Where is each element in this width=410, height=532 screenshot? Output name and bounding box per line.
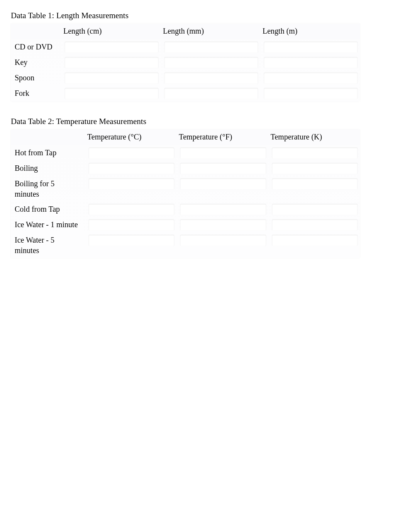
table2-col-fahrenheit: Temperature (°F)	[176, 129, 268, 145]
temp-c-input[interactable]	[89, 204, 174, 215]
temp-k-input[interactable]	[272, 219, 357, 230]
temp-c-input[interactable]	[89, 235, 174, 246]
table2-col-kelvin: Temperature (K)	[268, 129, 360, 145]
temp-k-input[interactable]	[272, 163, 357, 174]
row-label: Fork	[11, 86, 61, 101]
table-row: Cold from Tap	[11, 202, 360, 217]
temp-c-input[interactable]	[89, 163, 174, 174]
temp-c-input[interactable]	[89, 148, 174, 158]
length-cm-input[interactable]	[65, 73, 158, 83]
table1-col-mm: Length (mm)	[161, 24, 260, 39]
length-m-input[interactable]	[264, 88, 357, 99]
length-measurements-table: Length (cm) Length (mm) Length (m) CD or…	[11, 24, 360, 101]
table-row: Spoon	[11, 70, 360, 86]
row-label: Ice Water - 5 minutes	[11, 233, 85, 258]
table2-title: Data Table 2: Temperature Measurements	[11, 117, 399, 126]
temp-k-input[interactable]	[272, 178, 357, 189]
table1-corner	[11, 24, 61, 39]
temp-k-input[interactable]	[272, 148, 357, 158]
temp-k-input[interactable]	[272, 204, 357, 215]
temp-f-input[interactable]	[180, 163, 266, 174]
row-label: Cold from Tap	[11, 202, 85, 217]
table-row: Ice Water - 1 minute	[11, 217, 360, 233]
temp-f-input[interactable]	[180, 148, 266, 158]
table-row: Hot from Tap	[11, 145, 360, 161]
temp-k-input[interactable]	[272, 235, 357, 246]
table-row: Key	[11, 55, 360, 70]
row-label: Key	[11, 55, 61, 70]
row-label: CD or DVD	[11, 39, 61, 55]
row-label: Ice Water - 1 minute	[11, 217, 85, 233]
temp-f-input[interactable]	[180, 235, 266, 246]
length-mm-input[interactable]	[164, 42, 258, 53]
table-row: Boiling	[11, 161, 360, 176]
temp-c-input[interactable]	[89, 178, 174, 189]
table-row: Ice Water - 5 minutes	[11, 233, 360, 258]
table-row: CD or DVD	[11, 39, 360, 55]
temp-f-input[interactable]	[180, 219, 266, 230]
table-row: Boiling for 5 minutes	[11, 176, 360, 202]
table1-col-cm: Length (cm)	[61, 24, 161, 39]
length-cm-input[interactable]	[65, 42, 158, 53]
length-m-input[interactable]	[264, 42, 357, 53]
length-m-input[interactable]	[264, 73, 357, 83]
length-mm-input[interactable]	[164, 88, 258, 99]
length-mm-input[interactable]	[164, 73, 258, 83]
row-label: Boiling	[11, 161, 85, 176]
temperature-measurements-table: Temperature (°C) Temperature (°F) Temper…	[11, 129, 360, 258]
table2-corner	[11, 129, 85, 145]
row-label: Hot from Tap	[11, 145, 85, 161]
table-row: Fork	[11, 86, 360, 101]
temp-f-input[interactable]	[180, 178, 266, 189]
temp-c-input[interactable]	[89, 219, 174, 230]
row-label: Boiling for 5 minutes	[11, 176, 85, 202]
length-m-input[interactable]	[264, 57, 357, 68]
table2-col-celsius: Temperature (°C)	[85, 129, 176, 145]
temp-f-input[interactable]	[180, 204, 266, 215]
table1-title: Data Table 1: Length Measurements	[11, 11, 399, 20]
table1-col-m: Length (m)	[260, 24, 360, 39]
row-label: Spoon	[11, 70, 61, 86]
length-cm-input[interactable]	[65, 57, 158, 68]
length-mm-input[interactable]	[164, 57, 258, 68]
length-cm-input[interactable]	[65, 88, 158, 99]
